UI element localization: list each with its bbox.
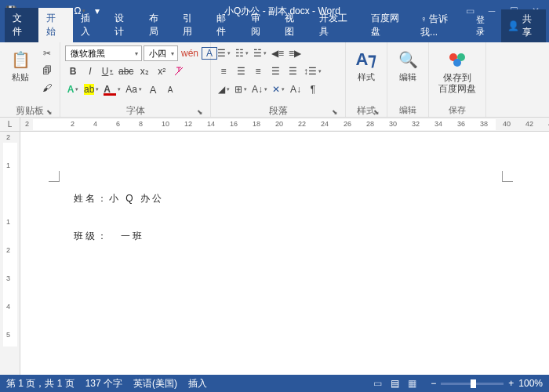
ribbon-tabs: 文件 开始 插入 设计 布局 引用 邮件 审阅 视图 开发工具 百度网盘 ♀ 告… xyxy=(0,22,549,42)
styles-button[interactable]: A⁊ 样式 xyxy=(351,45,382,85)
save-to-baidu-button[interactable]: 保存到百度网盘 xyxy=(434,45,481,98)
tab-layout[interactable]: 布局 xyxy=(141,8,175,42)
pilcrow-button[interactable]: ¶ xyxy=(305,82,321,97)
align-center-button[interactable]: ☰ xyxy=(233,64,249,79)
superscript-button[interactable]: x² xyxy=(154,64,169,79)
vertical-ruler[interactable]: 2112345 xyxy=(0,132,20,375)
zoom-control: − + 100% xyxy=(431,378,543,389)
numbering-button[interactable]: ☷ xyxy=(234,45,250,61)
copy-button[interactable]: 🗐 xyxy=(39,63,55,78)
status-bar: 第 1 页，共 1 页 137 个字 英语(美国) 插入 ▭ ▤ ▦ − + 1… xyxy=(0,375,549,392)
grow-font-button[interactable]: A xyxy=(145,82,161,97)
tab-developer[interactable]: 开发工具 xyxy=(311,8,364,42)
align-left-button[interactable]: ≡ xyxy=(216,64,231,79)
format-painter-button[interactable]: 🖌 xyxy=(39,80,55,96)
document-canvas[interactable]: 姓名：小 Q 办公 班级： 一班 xyxy=(20,132,549,375)
baidu-cloud-icon xyxy=(446,49,468,71)
group-styles: A⁊ 样式 样式⬊ xyxy=(346,42,387,117)
status-mode[interactable]: 插入 xyxy=(188,377,207,390)
highlight-button[interactable]: ab xyxy=(82,82,100,97)
cut-button[interactable]: ✂ xyxy=(39,45,55,61)
clear-format-button[interactable] xyxy=(171,64,187,79)
change-case-button[interactable]: Aa xyxy=(124,82,144,97)
bullets-button[interactable]: ☰ xyxy=(216,45,232,61)
crop-mark-icon xyxy=(49,171,60,182)
font-launcher-icon[interactable]: ⬊ xyxy=(196,108,204,116)
group-paragraph: ☰ ☷ ☱ ◀≡ ≡▶ ≡ ☰ ≡ ☰ ☰ ↕☰ ◢ ⊞ A↓ ✕ A↓ ¶ xyxy=(211,42,346,117)
line-spacing-button[interactable]: ↕☰ xyxy=(302,64,323,79)
asian-layout-button[interactable]: ✕ xyxy=(271,82,286,97)
font-name-combo[interactable]: 微软雅黑▾ xyxy=(65,45,142,61)
web-layout-button[interactable]: ▦ xyxy=(404,377,420,390)
group-editing: 🔍 编辑 编辑 xyxy=(387,42,429,117)
status-page[interactable]: 第 1 页，共 1 页 xyxy=(6,377,75,390)
search-icon: 🔍 xyxy=(397,49,419,71)
tab-view[interactable]: 视图 xyxy=(277,8,311,42)
subscript-button[interactable]: x₂ xyxy=(136,64,152,79)
share-button[interactable]: 👤共享 xyxy=(501,9,546,42)
align-justify-button[interactable]: ☰ xyxy=(267,64,283,79)
font-size-combo[interactable]: 小四▾ xyxy=(144,45,178,61)
document-content[interactable]: 姓名：小 Q 办公 班级： 一班 xyxy=(74,187,164,248)
clipboard-launcher-icon[interactable]: ⬊ xyxy=(45,108,53,116)
phonetic-guide-button[interactable]: wén xyxy=(180,45,200,61)
shading-button[interactable]: ◢ xyxy=(216,82,231,97)
group-clipboard: 📋 粘贴 ✂ 🗐 🖌 剪贴板⬊ xyxy=(0,42,60,117)
tab-mail[interactable]: 邮件 xyxy=(209,8,242,42)
ruler-area: L 22468101214161820222426283032343638404… xyxy=(0,118,549,132)
multilevel-button[interactable]: ☱ xyxy=(252,45,268,61)
strikethrough-button[interactable]: abc xyxy=(117,64,135,79)
crop-mark-icon xyxy=(502,171,513,182)
tab-file[interactable]: 文件 xyxy=(5,8,38,42)
borders-button[interactable]: ⊞ xyxy=(233,82,249,97)
read-mode-button[interactable]: ▭ xyxy=(369,377,385,390)
tab-design[interactable]: 设计 xyxy=(107,8,140,42)
font-color-button[interactable]: A xyxy=(102,82,122,97)
tab-home[interactable]: 开始 xyxy=(38,8,72,42)
tab-insert[interactable]: 插入 xyxy=(73,8,107,42)
svg-point-2 xyxy=(453,59,461,67)
status-language[interactable]: 英语(美国) xyxy=(133,377,177,390)
ribbon: 📋 粘贴 ✂ 🗐 🖌 剪贴板⬊ 微软雅黑▾ 小四▾ wén A B I U xyxy=(0,42,549,118)
clipboard-icon: 📋 xyxy=(9,49,31,71)
horizontal-ruler[interactable]: 2246810121416182022242628303234363840424… xyxy=(20,118,549,132)
bold-button[interactable]: B xyxy=(65,64,81,79)
tab-review[interactable]: 审阅 xyxy=(243,8,277,42)
align-right-button[interactable]: ≡ xyxy=(250,64,266,79)
print-layout-button[interactable]: ▤ xyxy=(387,377,402,390)
sort-button[interactable]: A↓ xyxy=(250,82,269,97)
text-line: 姓名：小 Q 办公 xyxy=(74,187,164,210)
text-effects-button[interactable]: A xyxy=(65,82,81,97)
styles-launcher-icon[interactable]: ⬊ xyxy=(373,108,380,116)
group-font: 微软雅黑▾ 小四▾ wén A B I U abc x₂ x² A ab A A… xyxy=(60,42,211,117)
tab-references[interactable]: 引用 xyxy=(175,8,209,42)
zoom-level[interactable]: 100% xyxy=(518,378,543,389)
status-words[interactable]: 137 个字 xyxy=(85,377,122,390)
tell-me[interactable]: ♀ 告诉我... xyxy=(416,10,468,42)
page: 姓名：小 Q 办公 班级： 一班 xyxy=(31,138,533,373)
decrease-indent-button[interactable]: ◀≡ xyxy=(270,45,285,61)
styles-icon: A⁊ xyxy=(355,49,377,71)
shrink-font-button[interactable]: A xyxy=(162,82,178,97)
group-save-baidu: 保存到百度网盘 保存 xyxy=(429,42,486,117)
zoom-in-button[interactable]: + xyxy=(508,378,514,389)
underline-button[interactable]: U xyxy=(100,64,115,79)
login-button[interactable]: 登录 xyxy=(471,12,497,40)
italic-button[interactable]: I xyxy=(82,64,98,79)
distribute-button[interactable]: ☰ xyxy=(285,64,300,79)
editing-button[interactable]: 🔍 编辑 xyxy=(392,45,424,85)
paste-button[interactable]: 📋 粘贴 xyxy=(5,45,36,85)
zoom-out-button[interactable]: − xyxy=(431,378,436,389)
ruler-corner[interactable]: L xyxy=(0,118,20,132)
para-launcher-icon[interactable]: ⬊ xyxy=(331,108,339,116)
zoom-slider[interactable] xyxy=(441,383,504,385)
person-icon: 👤 xyxy=(507,20,519,31)
text-line: 班级： 一班 xyxy=(74,224,164,248)
document-area: 2112345 姓名：小 Q 办公 班级： 一班 xyxy=(0,132,549,375)
increase-indent-button[interactable]: ≡▶ xyxy=(287,45,303,61)
tab-baidu[interactable]: 百度网盘 xyxy=(363,8,416,42)
show-marks-button[interactable]: A↓ xyxy=(288,82,304,97)
